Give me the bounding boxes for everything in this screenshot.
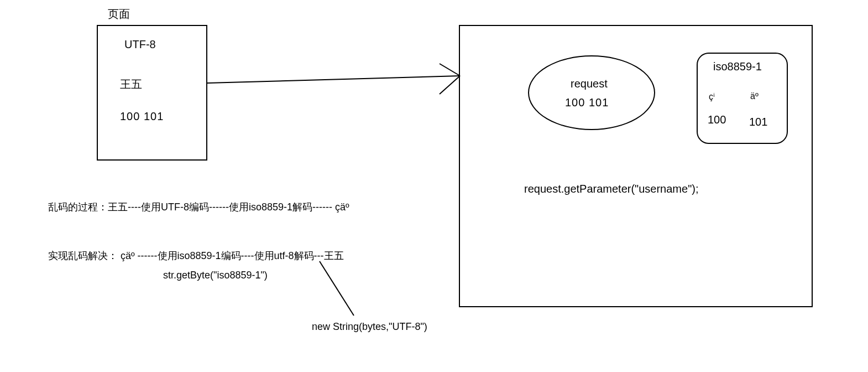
iso-char1: çⁱ xyxy=(709,91,715,102)
request-bytes: 100 101 xyxy=(565,96,609,109)
page-box: UTF-8 王五 100 101 xyxy=(97,25,207,161)
svg-line-0 xyxy=(207,76,460,83)
garbled-process-text: 乱码的过程：王五----使用UTF-8编码------使用iso8859-1解码… xyxy=(48,200,349,214)
request-label: request xyxy=(571,78,608,90)
svg-line-3 xyxy=(320,261,354,316)
page-bytes: 100 101 xyxy=(120,110,164,123)
page-encoding: UTF-8 xyxy=(124,38,156,51)
iso-char2: äº xyxy=(750,91,759,101)
page-title-label: 页面 xyxy=(108,7,130,22)
getparam-code: request.getParameter("username"); xyxy=(524,183,698,195)
request-ellipse: request 100 101 xyxy=(528,55,655,130)
svg-line-1 xyxy=(440,64,460,76)
iso-byte2: 101 xyxy=(749,116,767,128)
newstring-code: new String(bytes,"UTF-8") xyxy=(312,321,427,333)
page-name: 王五 xyxy=(120,77,142,92)
getbyte-code: str.getByte("iso8859-1") xyxy=(163,270,268,281)
svg-line-2 xyxy=(440,76,460,94)
iso-encoding: iso8859-1 xyxy=(713,60,762,73)
iso-byte1: 100 xyxy=(708,113,726,126)
garbled-solve-text: 实现乱码解决： çäº ------使用iso8859-1编码----使用utf… xyxy=(48,249,344,262)
iso-box: iso8859-1 çⁱ äº 100 101 xyxy=(697,53,788,144)
